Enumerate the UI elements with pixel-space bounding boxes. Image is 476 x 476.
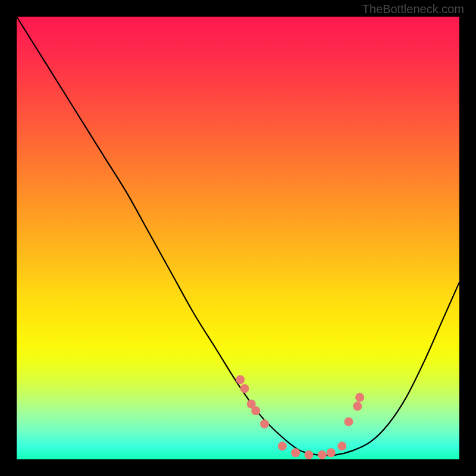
chart-plot-area	[17, 17, 459, 459]
data-point-marker	[305, 450, 314, 459]
data-point-marker	[355, 393, 364, 402]
data-point-marker	[251, 406, 260, 415]
data-point-marker	[291, 448, 300, 457]
data-point-marker	[260, 419, 269, 428]
data-point-markers	[236, 375, 364, 459]
data-point-marker	[318, 450, 327, 459]
data-point-marker	[327, 448, 336, 457]
data-point-marker	[345, 417, 353, 426]
data-point-marker	[278, 441, 287, 450]
watermark-text: TheBottleneck.com	[362, 2, 464, 16]
data-point-marker	[236, 375, 245, 384]
data-point-marker	[240, 384, 249, 393]
data-point-marker	[337, 441, 346, 450]
data-point-marker	[353, 402, 362, 411]
bottleneck-curve-line	[17, 17, 459, 455]
chart-svg	[17, 17, 459, 459]
